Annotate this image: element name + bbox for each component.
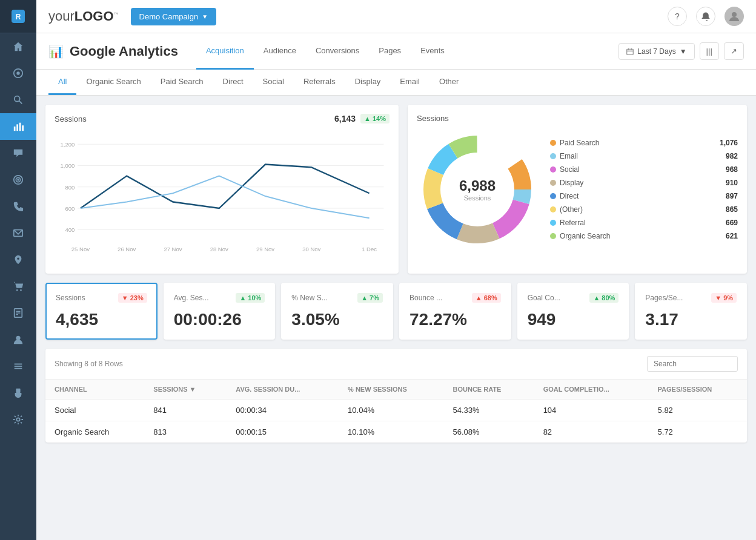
- sub-tab-other[interactable]: Other: [429, 70, 469, 95]
- col-sessions[interactable]: SESSIONS ▼: [144, 380, 227, 400]
- cell-pages-session-1: 5.82: [649, 400, 747, 421]
- svg-point-3: [16, 71, 19, 74]
- legend-other: (Other) 865: [550, 203, 738, 216]
- metric-new-sessions-header: % New S... ▲ 7%: [291, 293, 383, 303]
- sub-tab-referrals[interactable]: Referrals: [294, 70, 345, 95]
- nav-icons: ?: [668, 7, 744, 26]
- metric-card-new-sessions[interactable]: % New S... ▲ 7% 3.05%: [281, 283, 393, 340]
- metric-goal-value: 949: [528, 310, 619, 329]
- sub-tab-social[interactable]: Social: [253, 70, 294, 95]
- donut-inner: 6,988 Sessions Paid Search 1,076 Email: [417, 129, 738, 250]
- svg-point-12: [18, 179, 19, 180]
- sidebar-icon-cart[interactable]: [0, 273, 36, 300]
- sidebar-icon-search[interactable]: [0, 87, 36, 113]
- metric-pages-value: 3.17: [645, 310, 737, 329]
- date-range-button[interactable]: Last 7 Days ▼: [618, 43, 694, 60]
- tab-audience[interactable]: Audience: [254, 33, 306, 70]
- tab-pages[interactable]: Pages: [369, 33, 411, 70]
- metric-card-avg-session[interactable]: Avg. Ses... ▲ 10% 00:00:26: [164, 283, 276, 340]
- table-row-info: Showing 8 of 8 Rows: [55, 360, 123, 368]
- dashboard-body: Sessions 6,143 ▲ 14%: [36, 96, 756, 540]
- svg-text:30 Nov: 30 Nov: [302, 246, 320, 252]
- legend-organic-search: Organic Search 621: [550, 229, 738, 243]
- tab-acquisition[interactable]: Acquisition: [196, 33, 254, 70]
- svg-rect-28: [627, 49, 634, 54]
- table-search-input[interactable]: [647, 356, 738, 372]
- col-avg-session: AVG. SESSION DU...: [227, 380, 339, 400]
- sidebar-icon-email[interactable]: [0, 220, 36, 246]
- svg-text:1 Dec: 1 Dec: [362, 246, 377, 252]
- avatar[interactable]: [724, 7, 744, 26]
- sub-tabs: All Organic Search Paid Search Direct So…: [36, 70, 756, 96]
- campaign-label: Demo Campaign: [139, 12, 199, 21]
- sub-tab-paid-search[interactable]: Paid Search: [151, 70, 213, 95]
- donut-legend: Paid Search 1,076 Email 982 Social 968: [550, 136, 738, 243]
- cell-new-sessions-1: 10.04%: [339, 400, 443, 421]
- data-table: CHANNEL SESSIONS ▼ AVG. SESSION DU... % …: [45, 380, 747, 443]
- svg-text:400: 400: [65, 226, 75, 233]
- svg-text:29 Nov: 29 Nov: [256, 246, 274, 252]
- share-button[interactable]: ↗: [724, 42, 744, 60]
- sub-tab-all[interactable]: All: [48, 70, 76, 95]
- metric-goal-header: Goal Co... ▲ 80%: [528, 293, 619, 303]
- table-row: Organic Search 813 00:00:15 10.10% 56.08…: [45, 421, 747, 443]
- legend-paid-search: Paid Search 1,076: [550, 136, 738, 150]
- sub-tab-direct[interactable]: Direct: [213, 70, 253, 95]
- notifications-button[interactable]: [696, 7, 715, 26]
- table-header: Showing 8 of 8 Rows: [45, 349, 747, 380]
- sidebar-icon-home[interactable]: [0, 33, 36, 60]
- logo: yourLOGO™: [48, 8, 119, 24]
- svg-point-14: [16, 289, 18, 291]
- campaign-button[interactable]: Demo Campaign ▼: [131, 8, 216, 25]
- sub-tab-display[interactable]: Display: [345, 70, 391, 95]
- metric-new-sessions-badge: ▲ 7%: [357, 293, 383, 303]
- sidebar-icon-chat[interactable]: [0, 140, 36, 166]
- sidebar-icon-users[interactable]: [0, 326, 36, 353]
- tab-conversions[interactable]: Conversions: [306, 33, 369, 70]
- metric-card-bounce-rate[interactable]: Bounce ... ▲ 68% 72.27%: [399, 283, 511, 340]
- table-row: Social 841 00:00:34 10.04% 54.33% 104 5.…: [45, 400, 747, 421]
- metric-avg-session-header: Avg. Ses... ▲ 10%: [174, 293, 265, 303]
- metric-card-sessions[interactable]: Sessions ▼ 23% 4,635: [45, 283, 158, 340]
- cell-channel-1: Social: [45, 400, 144, 421]
- line-chart-value-area: 6,143 ▲ 14%: [334, 114, 390, 123]
- sub-tab-organic-search[interactable]: Organic Search: [76, 70, 150, 95]
- metric-sessions-label: Sessions: [56, 294, 85, 302]
- donut-center: 6,988 Sessions: [459, 177, 496, 202]
- metric-new-sessions-label: % New S...: [291, 294, 327, 302]
- sidebar-icon-location[interactable]: [0, 246, 36, 273]
- svg-text:27 Nov: 27 Nov: [164, 246, 182, 252]
- sidebar-icon-phone[interactable]: [0, 193, 36, 220]
- page-header: 📊 Google Analytics Acquisition Audience …: [36, 33, 756, 70]
- svg-text:600: 600: [65, 205, 75, 212]
- sidebar-icon-reports[interactable]: [0, 300, 36, 326]
- cell-new-sessions-2: 10.10%: [339, 421, 443, 443]
- metric-card-goal-completions[interactable]: Goal Co... ▲ 80% 949: [517, 283, 629, 340]
- tab-events[interactable]: Events: [411, 33, 454, 70]
- col-new-sessions: % NEW SESSIONS: [339, 380, 443, 400]
- table-section: Showing 8 of 8 Rows CHANNEL SESSIONS ▼ A…: [45, 349, 747, 443]
- header-actions: Last 7 Days ▼ ||| ↗: [618, 42, 744, 60]
- columns-view-button[interactable]: |||: [700, 42, 719, 60]
- top-nav: yourLOGO™ Demo Campaign ▼ ?: [36, 0, 756, 33]
- sidebar-icon-analytics[interactable]: [0, 113, 36, 140]
- metric-avg-session-label: Avg. Ses...: [174, 294, 209, 302]
- sidebar-icon-targeting[interactable]: [0, 166, 36, 193]
- sidebar-icon-campaigns[interactable]: [0, 60, 36, 87]
- svg-rect-8: [19, 123, 21, 131]
- sidebar-icon-list[interactable]: [0, 353, 36, 380]
- help-button[interactable]: ?: [668, 7, 687, 26]
- legend-social: Social 968: [550, 163, 738, 176]
- col-pages-session: PAGES/SESSION: [649, 380, 747, 400]
- cell-sessions-2: 813: [144, 421, 227, 443]
- legend-display: Display 910: [550, 176, 738, 189]
- page-tabs: Acquisition Audience Conversions Pages E…: [196, 33, 454, 70]
- sidebar-icon-plugin[interactable]: [0, 380, 36, 406]
- metric-sessions-value: 4,635: [56, 310, 147, 329]
- sub-tab-email[interactable]: Email: [390, 70, 429, 95]
- sidebar-icon-settings[interactable]: [0, 406, 36, 433]
- metric-card-pages-session[interactable]: Pages/Se... ▼ 9% 3.17: [635, 283, 747, 340]
- svg-text:1,200: 1,200: [61, 141, 75, 148]
- metric-sessions-badge: ▼ 23%: [118, 293, 147, 303]
- legend-direct: Direct 897: [550, 189, 738, 203]
